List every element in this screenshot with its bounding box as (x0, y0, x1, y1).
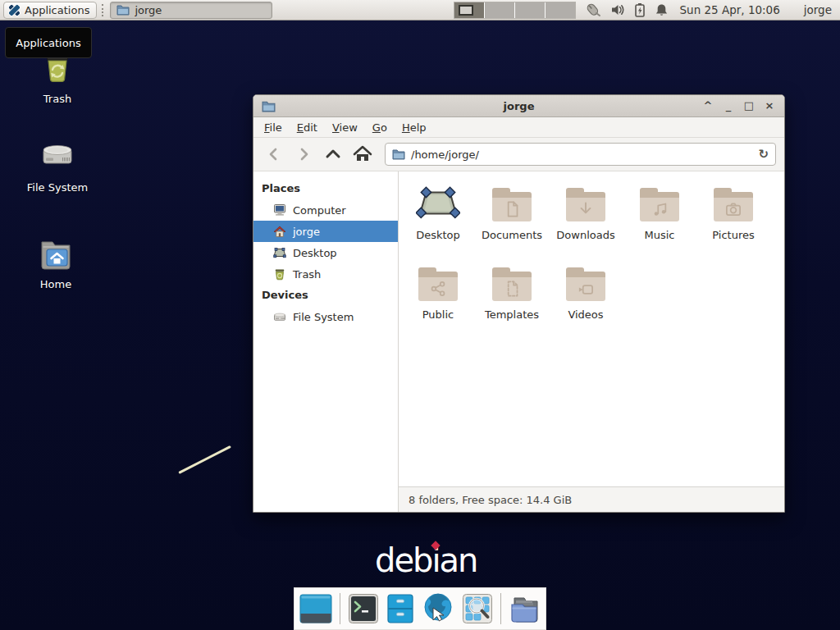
menu-file[interactable]: File (257, 120, 290, 135)
home-icon (273, 225, 286, 238)
stylus-stroke-line (178, 445, 231, 474)
menu-go[interactable]: Go (365, 120, 395, 135)
sidebar-item-jorge[interactable]: jorge (253, 221, 398, 242)
sidebar-item-file-system[interactable]: File System (253, 306, 398, 327)
sidebar-item-label: File System (293, 311, 354, 323)
sidebar: Places Computer (253, 171, 399, 512)
back-button[interactable] (262, 142, 286, 167)
path-folder-icon (392, 148, 405, 160)
folder-item-videos[interactable]: Videos (549, 262, 623, 342)
sidebar-item-desktop[interactable]: Desktop (253, 242, 398, 263)
folder-label: Videos (568, 308, 603, 321)
applications-menu-button[interactable]: Applications (3, 2, 97, 19)
templates-folder-icon (492, 267, 532, 301)
panel-clock[interactable]: Sun 25 Apr, 10:06 (680, 3, 780, 16)
menu-help[interactable]: Help (395, 120, 434, 135)
home-folder-dock-icon[interactable] (508, 593, 541, 624)
documents-folder-icon (492, 188, 532, 221)
statusbar-text: 8 folders, Free space: 14.4 GiB (409, 494, 572, 506)
top-panel: Applications jorge (0, 0, 840, 21)
downloads-folder-icon (566, 188, 605, 221)
desktop-settings-icon[interactable] (299, 594, 332, 623)
folder-item-music[interactable]: Music (623, 183, 696, 262)
sidebar-header-devices: Devices (253, 285, 398, 306)
workspace-pager (454, 2, 576, 19)
dock-separator (500, 593, 501, 624)
volume-icon[interactable] (610, 2, 625, 17)
sidebar-item-label: jorge (293, 226, 320, 238)
xfce-applications-icon (7, 3, 21, 17)
folder-label: Downloads (556, 229, 614, 241)
folder-item-downloads[interactable]: Downloads (549, 183, 623, 262)
shade-button[interactable]: ^ (701, 99, 714, 112)
music-folder-icon (640, 188, 679, 221)
taskbar-window-button[interactable]: jorge (110, 2, 272, 19)
workspace-1[interactable] (454, 2, 484, 18)
file-view[interactable]: Desktop Documents Downloads (399, 171, 784, 486)
panel-handle[interactable] (102, 4, 105, 16)
desktop-icon-label: Trash (43, 93, 71, 105)
taskbar-window-label: jorge (135, 4, 162, 16)
public-folder-icon (418, 267, 458, 301)
application-finder-icon[interactable] (462, 593, 493, 624)
minimize-button[interactable]: _ (722, 99, 735, 112)
reload-icon[interactable]: ↻ (758, 147, 769, 162)
applications-tooltip: Applications (5, 27, 92, 58)
debian-logo-text: deb (375, 541, 431, 579)
computer-icon (273, 203, 286, 217)
terminal-icon[interactable] (348, 593, 379, 624)
folder-item-documents[interactable]: Documents (475, 183, 549, 262)
sidebar-item-label: Computer (293, 204, 346, 217)
debian-logo-i: i (431, 541, 439, 579)
mouse-icon[interactable] (585, 2, 601, 17)
panel-user-actions[interactable]: jorge (804, 3, 832, 16)
folder-label: Pictures (712, 229, 754, 241)
folder-item-public[interactable]: Public (401, 262, 475, 342)
menu-view[interactable]: View (325, 120, 365, 135)
statusbar: 8 folders, Free space: 14.4 GiB (399, 486, 784, 512)
workspace-3[interactable] (515, 2, 545, 18)
debian-logo: debian (375, 541, 477, 579)
folder-label: Public (422, 308, 454, 321)
toolbar: /home/jorge/ ↻ (253, 138, 784, 171)
file-manager-icon[interactable] (386, 593, 414, 624)
trash-mini-icon (273, 267, 286, 281)
close-button[interactable]: × (763, 99, 776, 112)
maximize-button[interactable]: □ (742, 99, 756, 112)
folder-label: Music (645, 229, 675, 241)
sidebar-item-label: Desktop (293, 247, 337, 259)
system-tray (585, 2, 669, 17)
desktop-icon-label: File System (27, 181, 88, 194)
workspace-window-thumb (459, 5, 473, 16)
forward-button[interactable] (291, 142, 316, 167)
window-titlebar[interactable]: jorge ^ _ □ × (253, 95, 784, 117)
menu-edit[interactable]: Edit (290, 120, 325, 135)
folder-label: Templates (485, 308, 539, 321)
workspace-2[interactable] (485, 2, 514, 18)
path-bar[interactable]: /home/jorge/ ↻ (385, 143, 776, 166)
sidebar-item-trash[interactable]: Trash (253, 263, 398, 285)
applications-menu-label: Applications (25, 4, 89, 16)
applications-tooltip-label: Applications (16, 37, 80, 49)
desktop-special-icon (416, 183, 460, 226)
sidebar-item-computer[interactable]: Computer (253, 199, 398, 221)
desktop-icon-home[interactable]: Home (11, 236, 101, 290)
sidebar-item-label: Trash (293, 268, 321, 281)
desktop-icon-file-system[interactable]: File System (12, 138, 103, 194)
debian-logo-text: an (440, 541, 477, 579)
file-manager-window: jorge ^ _ □ × File Edit View Go Help (253, 94, 785, 513)
path-text[interactable]: /home/jorge/ (411, 148, 752, 161)
folder-item-templates[interactable]: Templates (475, 262, 549, 342)
home-button[interactable] (350, 142, 375, 167)
notifications-bell-icon[interactable] (655, 2, 669, 17)
hard-drive-icon (39, 138, 76, 176)
folder-item-desktop[interactable]: Desktop (401, 183, 475, 262)
web-browser-icon[interactable] (422, 592, 454, 625)
desktop-icon-label: Home (40, 278, 71, 290)
workspace-4[interactable] (546, 2, 575, 18)
battery-charging-icon[interactable] (634, 2, 646, 17)
sidebar-header-places: Places (253, 178, 398, 199)
up-button[interactable] (321, 142, 345, 167)
folder-item-pictures[interactable]: Pictures (696, 183, 770, 262)
pictures-folder-icon (714, 188, 753, 221)
